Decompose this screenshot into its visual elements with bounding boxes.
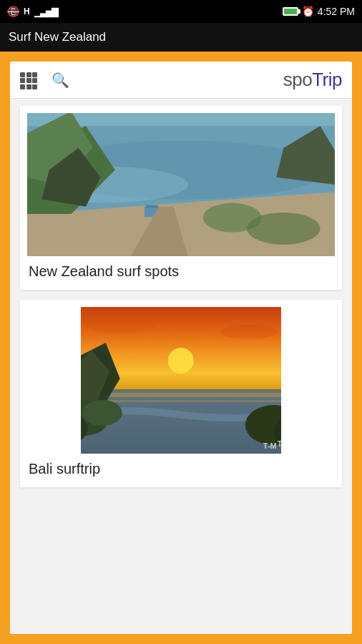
main-card: 🔍 spoTrip bbox=[10, 62, 352, 634]
svg-point-27 bbox=[220, 325, 278, 339]
svg-rect-10 bbox=[146, 205, 157, 208]
svg-text:T-M: T-M bbox=[278, 439, 281, 448]
grid-menu-icon[interactable] bbox=[20, 72, 39, 88]
signal-icon: ▁▃▅▇ bbox=[34, 6, 57, 17]
data-icon: H bbox=[24, 6, 30, 16]
bali-surf-svg: T-M bbox=[81, 307, 281, 454]
battery-icon bbox=[283, 7, 298, 16]
brand-trip: Trip bbox=[312, 69, 342, 90]
brand-spo: spo bbox=[283, 69, 312, 90]
svg-point-15 bbox=[168, 348, 194, 374]
svg-point-23 bbox=[82, 400, 122, 426]
alarm-icon: ⏰ bbox=[302, 6, 314, 17]
content-area[interactable]: New Zealand surf spots bbox=[10, 99, 352, 634]
svg-point-26 bbox=[84, 316, 156, 333]
bali-surf-image: T-M bbox=[81, 307, 281, 454]
bali-card-title: Bali surftrip bbox=[27, 461, 335, 477]
status-left-icons: 📵 H ▁▃▅▇ bbox=[7, 6, 57, 17]
toolbar: 🔍 spoTrip bbox=[10, 62, 352, 99]
nz-card-title: New Zealand surf spots bbox=[27, 263, 335, 280]
orange-background: 🔍 spoTrip bbox=[0, 52, 362, 644]
search-icon[interactable]: 🔍 bbox=[52, 72, 69, 89]
time-display: 4:52 PM bbox=[318, 6, 355, 17]
nz-surf-svg bbox=[27, 113, 335, 256]
title-bar: Surf New Zealand bbox=[0, 23, 362, 52]
card-nz-surf-spots[interactable]: New Zealand surf spots bbox=[20, 106, 342, 290]
card-bali-surftrip[interactable]: T-M Bali surftrip bbox=[20, 300, 342, 487]
spotrip-logo[interactable]: spoTrip bbox=[283, 69, 342, 91]
nz-surf-image bbox=[27, 113, 335, 256]
app-title: Surf New Zealand bbox=[9, 30, 106, 44]
no-sim-icon: 📵 bbox=[7, 6, 19, 17]
status-bar: 📵 H ▁▃▅▇ ⏰ 4:52 PM bbox=[0, 0, 362, 23]
status-right-icons: ⏰ 4:52 PM bbox=[283, 6, 355, 17]
svg-point-13 bbox=[247, 213, 320, 245]
